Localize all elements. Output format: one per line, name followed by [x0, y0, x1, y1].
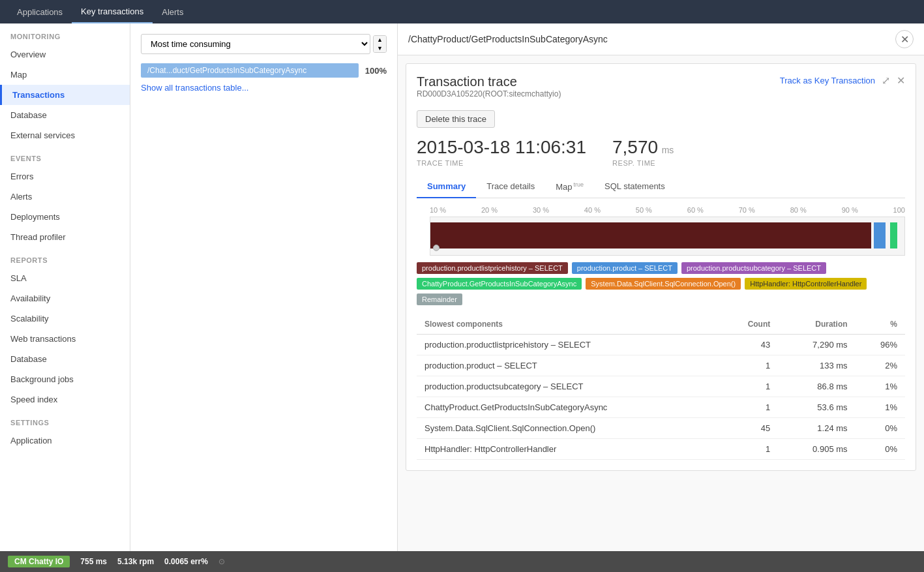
- sidebar-item-web-transactions[interactable]: Web transactions: [0, 329, 130, 349]
- nav-key-transactions[interactable]: Key transactions: [72, 0, 153, 23]
- timeline-bar-area: [430, 217, 905, 256]
- timeline-main-bar: [430, 222, 871, 248]
- trace-stats: 2015-03-18 11:06:31 TRACE TIME 7,570 ms …: [417, 137, 905, 167]
- sidebar-section-events: EVENTS: [0, 145, 130, 166]
- sidebar-item-application[interactable]: Application: [0, 430, 130, 451]
- footer-app-name[interactable]: CM Chatty IO: [8, 556, 70, 567]
- trace-actions: Track as Key Transaction ⤢ ✕: [780, 74, 905, 87]
- table-row: System.Data.SqlClient.SqlConnection.Open…: [417, 418, 905, 439]
- left-panel: Most time consuming ▲ ▼ /Chat...duct/Get…: [130, 23, 398, 572]
- table-row: ChattyProduct.GetProductsInSubCategoryAs…: [417, 397, 905, 418]
- tab-map[interactable]: Maptrue: [545, 176, 594, 198]
- sidebar-item-availability[interactable]: Availability: [0, 288, 130, 309]
- col-header-duration: Duration: [778, 314, 855, 335]
- sidebar-item-thread-profiler[interactable]: Thread profiler: [0, 227, 130, 247]
- sidebar-item-speed-index[interactable]: Speed index: [0, 389, 130, 410]
- axis-100: 100: [893, 206, 905, 214]
- expand-icon[interactable]: ⤢: [882, 74, 890, 87]
- timeline-axis: 10 % 20 % 30 % 40 % 50 % 60 % 70 % 80 % …: [417, 206, 905, 217]
- row-pct-0: 96%: [856, 335, 905, 355]
- sidebar-item-background-jobs[interactable]: Background jobs: [0, 369, 130, 389]
- transaction-bar-label[interactable]: /Chat...duct/GetProductsInSubCategoryAsy…: [141, 63, 359, 78]
- content-area: Most time consuming ▲ ▼ /Chat...duct/Get…: [130, 23, 924, 572]
- sidebar-section-reports: REPORTS: [0, 247, 130, 268]
- axis-90: 90 %: [842, 206, 858, 214]
- row-duration-0: 7,290 ms: [778, 335, 855, 355]
- axis-10: 10 %: [430, 206, 446, 214]
- legend-row: production.productlistpricehistory – SEL…: [417, 262, 905, 305]
- trace-title-group: Transaction trace RD000D3A105220(ROOT:si…: [417, 74, 561, 105]
- row-name-1: production.product – SELECT: [417, 355, 720, 376]
- axis-60: 60 %: [687, 206, 704, 214]
- row-duration-2: 86.8 ms: [778, 376, 855, 397]
- sidebar-item-errors[interactable]: Errors: [0, 166, 130, 187]
- sidebar-item-alerts[interactable]: Alerts: [0, 187, 130, 207]
- tab-trace-details[interactable]: Trace details: [476, 176, 545, 198]
- main-layout: MONITORING Overview Map Transactions Dat…: [0, 23, 924, 572]
- sidebar-item-database[interactable]: Database: [0, 105, 130, 125]
- stat-resp-time-value-row: 7,570 ms: [612, 137, 674, 158]
- close-trace-icon[interactable]: ✕: [897, 74, 905, 87]
- timeline-blue-bar: [874, 222, 886, 248]
- sidebar-item-database-report[interactable]: Database: [0, 349, 130, 369]
- row-pct-1: 2%: [856, 355, 905, 376]
- sidebar-item-sla[interactable]: SLA: [0, 268, 130, 288]
- axis-20: 20 %: [481, 206, 498, 214]
- nav-applications[interactable]: Applications: [8, 0, 72, 23]
- filter-select[interactable]: Most time consuming: [141, 34, 370, 54]
- sidebar-section-settings: SETTINGS: [0, 410, 130, 430]
- tab-sql-statements[interactable]: SQL statements: [594, 176, 676, 198]
- footer-stat-err: 0.0065 err%: [164, 557, 208, 566]
- row-duration-4: 1.24 ms: [778, 418, 855, 439]
- filter-arrow-up[interactable]: ▲: [374, 36, 386, 44]
- stat-resp-unit: ms: [662, 145, 674, 155]
- footer-stat-rpm: 5.13k rpm: [117, 557, 154, 566]
- nav-alerts[interactable]: Alerts: [153, 0, 192, 23]
- trace-title: Transaction trace: [417, 74, 561, 89]
- row-pct-3: 1%: [856, 397, 905, 418]
- trace-id: RD000D3A105220(ROOT:sitecmchattyio): [417, 89, 561, 98]
- row-pct-4: 0%: [856, 418, 905, 439]
- row-name-4: System.Data.SqlClient.SqlConnection.Open…: [417, 418, 720, 439]
- table-row: production.productlistpricehistory – SEL…: [417, 335, 905, 355]
- table-row: production.product – SELECT 1 133 ms 2%: [417, 355, 905, 376]
- row-count-4: 45: [720, 418, 779, 439]
- row-count-5: 1: [720, 439, 779, 460]
- legend-product: production.product – SELECT: [572, 262, 678, 274]
- row-pct-2: 1%: [856, 376, 905, 397]
- tab-summary[interactable]: Summary: [417, 176, 476, 198]
- trace-panel-header: Transaction trace RD000D3A105220(ROOT:si…: [417, 74, 905, 105]
- sidebar-item-transactions[interactable]: Transactions: [0, 85, 130, 105]
- filter-arrow-down[interactable]: ▼: [374, 44, 386, 53]
- table-row: production.productsubcategory – SELECT 1…: [417, 376, 905, 397]
- timeline-green-bar: [890, 222, 897, 248]
- track-key-transaction-button[interactable]: Track as Key Transaction: [780, 76, 875, 85]
- show-all-transactions-link[interactable]: Show all transactions table...: [141, 83, 248, 93]
- axis-70: 70 %: [739, 206, 755, 214]
- row-pct-5: 0%: [856, 439, 905, 460]
- row-name-2: production.productsubcategory – SELECT: [417, 376, 720, 397]
- sidebar-item-map[interactable]: Map: [0, 65, 130, 85]
- footer-bar: CM Chatty IO 755 ms 5.13k rpm 0.0065 err…: [0, 551, 924, 572]
- sidebar-item-overview[interactable]: Overview: [0, 44, 130, 65]
- sidebar-item-scalability[interactable]: Scalability: [0, 309, 130, 329]
- sidebar-item-deployments[interactable]: Deployments: [0, 207, 130, 227]
- axis-50: 50 %: [636, 206, 652, 214]
- trace-url: /ChattyProduct/GetProductsInSubCategoryA…: [408, 34, 608, 44]
- close-outer-button[interactable]: ✕: [895, 30, 914, 48]
- legend-remainder: Remainder: [417, 294, 462, 305]
- timeline-dot: [433, 245, 440, 251]
- transaction-bar-pct: 100%: [365, 66, 387, 76]
- sidebar-section-monitoring: MONITORING: [0, 23, 130, 44]
- row-name-3: ChattyProduct.GetProductsInSubCategoryAs…: [417, 397, 720, 418]
- footer-icon[interactable]: ⊙: [218, 557, 225, 566]
- legend-productlistpricehistory: production.productlistpricehistory – SEL…: [417, 262, 568, 274]
- delete-trace-button[interactable]: Delete this trace: [417, 110, 495, 128]
- tabs-bar: Summary Trace details Maptrue SQL statem…: [417, 176, 905, 198]
- legend-chattyproduct: ChattyProduct.GetProductsInSubCategoryAs…: [417, 278, 582, 290]
- sidebar-item-external-services[interactable]: External services: [0, 125, 130, 145]
- stat-trace-time-value: 2015-03-18 11:06:31: [417, 137, 586, 158]
- row-count-2: 1: [720, 376, 779, 397]
- stat-resp-time-label: RESP. TIME: [612, 159, 674, 167]
- legend-productsubcategory: production.productsubcategory – SELECT: [681, 262, 826, 274]
